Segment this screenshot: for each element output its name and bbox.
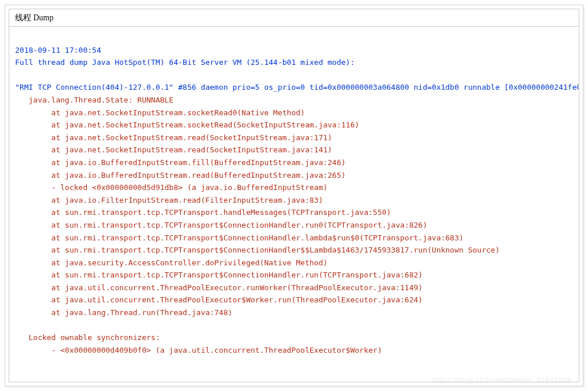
stack-frame: at java.net.SocketInputStream.read(Socke… — [15, 145, 332, 154]
stack-frame: at java.lang.Thread.run(Thread.java:748) — [15, 308, 233, 317]
stack-frame: - locked <0x00000000d5d91db8> (a java.io… — [15, 183, 328, 192]
panel-outer-frame: 线程 Dump 2018-09-11 17:00:54 Full thread … — [5, 5, 583, 386]
stack-frame: at java.util.concurrent.ThreadPoolExecut… — [15, 295, 422, 304]
stack-frame: at sun.rmi.transport.tcp.TCPTransport.ha… — [15, 208, 391, 217]
stack-frame: at java.net.SocketInputStream.socketRead… — [15, 108, 305, 117]
stack-frame: at java.net.SocketInputStream.socketRead… — [15, 120, 359, 129]
dump-timestamp: 2018-09-11 17:00:54 — [15, 46, 101, 54]
stack-frame: at sun.rmi.transport.tcp.TCPTransport$Co… — [15, 246, 499, 254]
thread-header-line: "RMI TCP Connection(404)-127.0.0.1" #856… — [15, 83, 579, 92]
stack-frame: at java.util.concurrent.ThreadPoolExecut… — [15, 283, 422, 292]
panel-header: 线程 Dump — [9, 9, 579, 27]
stack-frame: at sun.rmi.transport.tcp.TCPTransport$Co… — [15, 271, 422, 279]
dump-full-line: Full thread dump Java HotSpot(TM) 64-Bit… — [15, 58, 355, 67]
locked-synchronizers-title: Locked ownable synchronizers: — [15, 333, 160, 342]
stack-frame: at java.net.SocketInputStream.read(Socke… — [15, 133, 332, 142]
panel-inner-frame: 线程 Dump 2018-09-11 17:00:54 Full thread … — [9, 9, 579, 382]
thread-state-line: java.lang.Thread.State: RUNNABLE — [15, 96, 174, 104]
stack-frame: at sun.rmi.transport.tcp.TCPTransport$Co… — [15, 233, 464, 242]
stack-frame: at java.io.BufferedInputStream.read(Buff… — [15, 171, 346, 180]
stack-frame: at sun.rmi.transport.tcp.TCPTransport$Co… — [15, 221, 427, 229]
panel-title: 线程 Dump — [15, 13, 54, 22]
thread-dump-content: 2018-09-11 17:00:54 Full thread dump Jav… — [9, 27, 579, 359]
stack-frame: at java.io.FilterInputStream.read(Filter… — [15, 196, 323, 204]
locked-synchronizer-item: - <0x00000000d409b0f0> (a java.util.conc… — [15, 346, 382, 355]
stack-frame: at java.io.BufferedInputStream.fill(Buff… — [15, 158, 346, 167]
stack-frame: at java.security.AccessController.doPriv… — [15, 258, 328, 267]
